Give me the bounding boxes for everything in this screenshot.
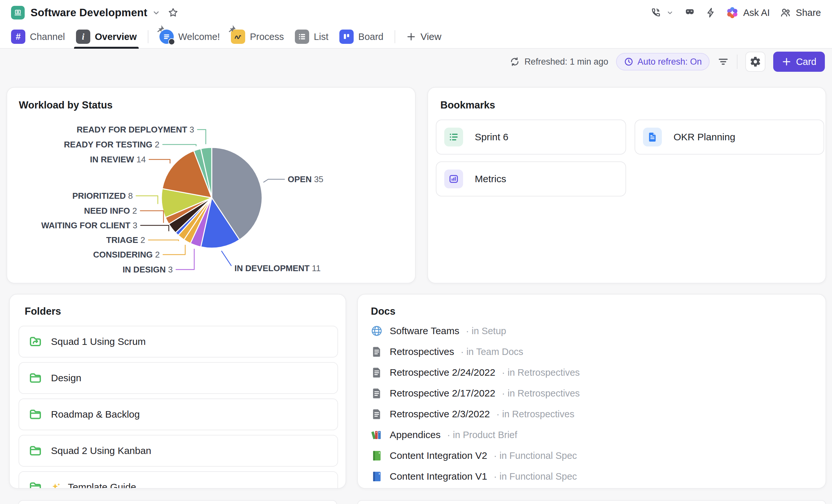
workspace-avatar-icon[interactable] bbox=[11, 6, 25, 20]
toolbar-divider bbox=[737, 55, 737, 69]
people-icon bbox=[780, 7, 791, 19]
workload-by-status-card: Workload by Status OPEN 35IN DEVELOPMENT… bbox=[6, 87, 416, 284]
docs-card: Docs Software Teams· in SetupRetrospecti… bbox=[357, 294, 826, 489]
view-tab-bar: # Channel i Overview Welcome! bbox=[0, 25, 832, 49]
favorite-star-icon[interactable] bbox=[167, 7, 179, 18]
doc-title: Content Integration V1 bbox=[390, 471, 487, 482]
refresh-icon bbox=[510, 56, 520, 67]
tab-label: List bbox=[314, 31, 328, 42]
pie-leader-line bbox=[149, 240, 179, 241]
metrics-icon bbox=[444, 169, 463, 188]
pie-slice-label: TRIAGE 2 bbox=[106, 235, 145, 245]
partial-card-right bbox=[357, 500, 826, 504]
card-title: Docs bbox=[371, 306, 395, 317]
tab-divider bbox=[395, 30, 395, 43]
filter-button[interactable] bbox=[718, 56, 729, 68]
folder-sprint-icon bbox=[28, 335, 43, 349]
doc-location: · in Retrospectives bbox=[502, 367, 580, 378]
sprint-list-icon bbox=[444, 128, 463, 147]
bookmark-tile[interactable]: OKR Planning bbox=[634, 120, 824, 155]
doc-row[interactable]: Content Integration V2· in Functional Sp… bbox=[370, 448, 577, 463]
tab-overview[interactable]: i Overview bbox=[76, 25, 137, 48]
tab-channel[interactable]: # Channel bbox=[11, 25, 65, 48]
folder-icon bbox=[28, 444, 43, 458]
folder-row[interactable]: Squad 2 Using Kanban bbox=[19, 435, 338, 467]
doc-row[interactable]: Retrospectives· in Team Docs bbox=[370, 344, 523, 360]
pie-leader-line bbox=[222, 251, 231, 266]
folder-label: Squad 1 Using Scrum bbox=[51, 336, 146, 347]
doc-row[interactable]: Retrospective 2/3/2022· in Retrospective… bbox=[370, 406, 574, 422]
doc-location: · in Functional Spec bbox=[494, 450, 577, 461]
doc-title: Content Integration V2 bbox=[390, 450, 487, 461]
folder-row[interactable]: Template Guide bbox=[19, 471, 338, 489]
pie-slice-label: IN DESIGN 3 bbox=[123, 265, 173, 274]
doc-row[interactable]: Retrospective 2/24/2022· in Retrospectiv… bbox=[370, 365, 580, 380]
welcome-badge bbox=[168, 38, 175, 45]
pie-leader-line bbox=[264, 179, 284, 182]
chevron-down-icon[interactable] bbox=[151, 8, 161, 18]
list-view-icon bbox=[295, 30, 309, 44]
pie-leader-line bbox=[136, 196, 158, 204]
ask-ai-button[interactable]: Ask AI bbox=[726, 6, 770, 19]
overview-page: Software Development bbox=[0, 0, 832, 504]
tab-board[interactable]: Board bbox=[339, 25, 383, 48]
refreshed-label: Refreshed: 1 min ago bbox=[524, 57, 608, 67]
settings-button[interactable] bbox=[745, 52, 765, 72]
pie-slice-label: NEED INFO 2 bbox=[84, 206, 137, 216]
call-icon[interactable] bbox=[650, 7, 661, 18]
pushpin-icon bbox=[226, 24, 236, 34]
tab-label: Overview bbox=[95, 31, 137, 42]
doc-row[interactable]: Software Teams· in Setup bbox=[370, 323, 506, 339]
green-book-icon bbox=[370, 449, 383, 462]
gear-icon bbox=[750, 56, 761, 68]
share-button[interactable]: Share bbox=[780, 7, 821, 19]
hash-icon: # bbox=[11, 30, 25, 44]
bookmark-label: Metrics bbox=[475, 174, 506, 184]
doc-location: · in Retrospectives bbox=[497, 409, 574, 420]
page-title: Software Development bbox=[30, 6, 148, 19]
doc-row[interactable]: Appendices· in Product Brief bbox=[370, 427, 517, 443]
tab-label: Welcome! bbox=[178, 31, 220, 42]
tab-process[interactable]: Process bbox=[231, 25, 284, 48]
plus-icon bbox=[782, 57, 791, 67]
pie-slice-label: IN DEVELOPMENT 11 bbox=[234, 263, 320, 273]
doc-blue-icon bbox=[643, 128, 662, 147]
auto-refresh-toggle[interactable]: Auto refresh: On bbox=[616, 53, 709, 71]
info-icon: i bbox=[76, 30, 90, 44]
doc-title: Retrospective 2/17/2022 bbox=[390, 388, 495, 399]
folder-row[interactable]: Roadmap & Backlog bbox=[19, 398, 338, 430]
pie-leader-line bbox=[140, 226, 169, 231]
automation-bolt-icon[interactable] bbox=[705, 7, 717, 18]
pie-leader-line bbox=[198, 130, 206, 144]
pie-slice-label: CONSIDERING 2 bbox=[93, 250, 160, 260]
card-title: Bookmarks bbox=[440, 99, 495, 111]
pie-slice-label: WAITING FOR CLIENT 3 bbox=[41, 220, 137, 230]
call-chevron-icon[interactable] bbox=[666, 8, 674, 17]
bookmark-tile[interactable]: Sprint 6 bbox=[436, 120, 626, 155]
doc-location: · in Setup bbox=[466, 326, 506, 337]
doc-location: · in Team Docs bbox=[461, 346, 523, 357]
add-card-button[interactable]: Card bbox=[773, 52, 825, 72]
overview-toolbar: Refreshed: 1 min ago Auto refresh: On Ca… bbox=[510, 51, 825, 72]
folder-row[interactable]: Design bbox=[19, 362, 338, 394]
bookmark-label: OKR Planning bbox=[674, 132, 735, 142]
tab-welcome[interactable]: Welcome! bbox=[159, 25, 220, 48]
filter-icon bbox=[718, 56, 729, 68]
refresh-status[interactable]: Refreshed: 1 min ago bbox=[510, 56, 608, 67]
blue-book-icon bbox=[370, 470, 383, 483]
doc-gray-icon bbox=[370, 387, 383, 399]
doc-row[interactable]: Retrospective 2/17/2022· in Retrospectiv… bbox=[370, 386, 580, 401]
doc-gray-icon bbox=[370, 366, 383, 379]
tab-label: Board bbox=[358, 31, 383, 42]
bookmark-tile[interactable]: Metrics bbox=[436, 161, 626, 196]
bookmark-label: Sprint 6 bbox=[475, 132, 508, 142]
pie-slice-label: READY FOR TESTING 2 bbox=[64, 140, 159, 150]
doc-row[interactable]: Content Integration V1· in Functional Sp… bbox=[370, 469, 577, 484]
folder-label: Squad 2 Using Kanban bbox=[51, 445, 151, 456]
focus-mask-icon[interactable] bbox=[684, 7, 696, 19]
doc-title: Retrospective 2/3/2022 bbox=[390, 408, 490, 420]
add-view-button[interactable]: View bbox=[406, 25, 441, 48]
pie-leader-line bbox=[163, 245, 185, 255]
tab-list[interactable]: List bbox=[295, 25, 328, 48]
folder-row[interactable]: Squad 1 Using Scrum bbox=[19, 326, 338, 357]
